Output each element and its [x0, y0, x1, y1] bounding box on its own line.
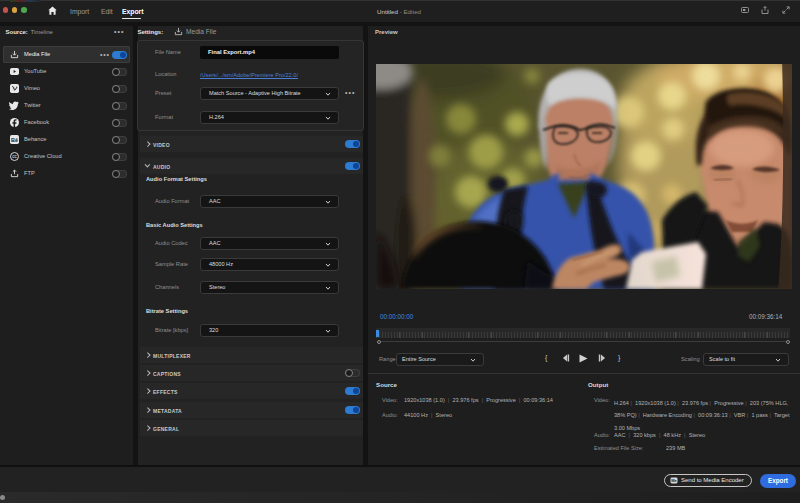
svg-text:Me: Me	[671, 478, 677, 483]
svg-text:cc: cc	[12, 154, 17, 159]
svg-text:Bē: Bē	[11, 137, 18, 143]
